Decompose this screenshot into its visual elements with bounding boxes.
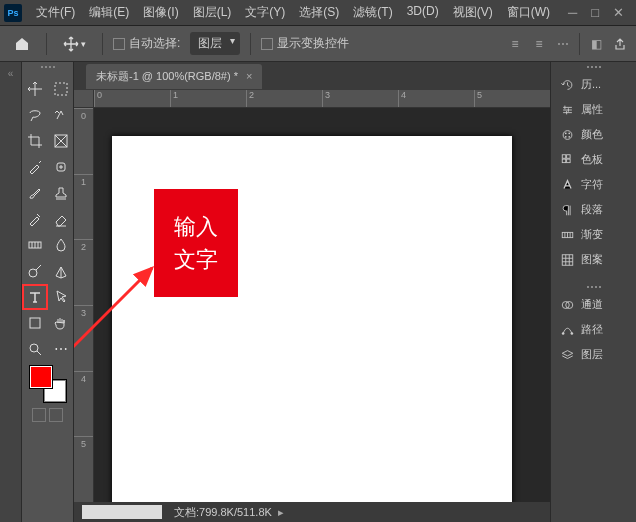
panel-label: 历... bbox=[581, 77, 601, 92]
panel-pattern[interactable]: 图案 bbox=[551, 247, 636, 272]
menu-window[interactable]: 窗口(W) bbox=[501, 1, 556, 24]
color-swatches[interactable] bbox=[30, 366, 66, 402]
window-close-icon[interactable]: ✕ bbox=[613, 5, 624, 20]
svg-point-10 bbox=[568, 132, 570, 134]
frame-tool[interactable] bbox=[49, 129, 73, 153]
move-tool-indicator[interactable]: ▾ bbox=[57, 32, 92, 56]
toolbox: ⋯ bbox=[22, 62, 74, 522]
titlebar: Ps 文件(F) 编辑(E) 图像(I) 图层(L) 文字(Y) 选择(S) 滤… bbox=[0, 0, 636, 26]
close-tab-icon[interactable]: × bbox=[246, 70, 252, 82]
show-transform-checkbox[interactable]: 显示变换控件 bbox=[261, 35, 349, 52]
document-canvas[interactable]: 输入 文字 bbox=[112, 136, 512, 502]
text-layer-content: 输入 文字 bbox=[174, 210, 218, 276]
auto-select-checkbox[interactable]: 自动选择: bbox=[113, 35, 180, 52]
swatches-icon bbox=[559, 153, 575, 167]
marquee-tool[interactable] bbox=[49, 77, 73, 101]
screen-mode-toggle[interactable] bbox=[49, 408, 63, 422]
flyout-left-icon[interactable]: « bbox=[8, 68, 14, 79]
left-dock: « bbox=[0, 62, 22, 522]
window-restore-icon[interactable]: □ bbox=[591, 5, 599, 20]
status-bar: 文档:799.8K/511.8K ▸ bbox=[74, 502, 550, 522]
align-icon-2[interactable]: ≡ bbox=[531, 36, 547, 52]
menu-type[interactable]: 文字(Y) bbox=[239, 1, 291, 24]
svg-point-6 bbox=[30, 344, 38, 352]
panel-label: 色板 bbox=[581, 152, 603, 167]
menu-view[interactable]: 视图(V) bbox=[447, 1, 499, 24]
panel-character[interactable]: 字符 bbox=[551, 172, 636, 197]
document-area: 未标题-1 @ 100%(RGB/8#) * × 0 1 2 3 4 5 0 1… bbox=[74, 62, 550, 522]
path-select-tool[interactable] bbox=[49, 285, 73, 309]
panel-layers[interactable]: 图层 bbox=[551, 342, 636, 367]
paths-icon bbox=[559, 323, 575, 337]
share-icon[interactable] bbox=[612, 36, 628, 52]
menu-image[interactable]: 图像(I) bbox=[137, 1, 184, 24]
menu-select[interactable]: 选择(S) bbox=[293, 1, 345, 24]
quick-mask-toggle[interactable] bbox=[32, 408, 46, 422]
panel-label: 段落 bbox=[581, 202, 603, 217]
document-tab[interactable]: 未标题-1 @ 100%(RGB/8#) * × bbox=[86, 64, 262, 89]
home-button[interactable] bbox=[8, 32, 36, 56]
menu-file[interactable]: 文件(F) bbox=[30, 1, 81, 24]
hand-tool[interactable] bbox=[49, 311, 73, 335]
text-layer-box[interactable]: 输入 文字 bbox=[154, 189, 238, 297]
align-icon-3[interactable]: ⋯ bbox=[555, 36, 571, 52]
eyedropper-tool[interactable] bbox=[23, 155, 47, 179]
stamp-tool[interactable] bbox=[49, 181, 73, 205]
svg-rect-13 bbox=[562, 154, 566, 158]
home-icon bbox=[14, 36, 30, 52]
status-chevron-icon[interactable]: ▸ bbox=[278, 506, 284, 519]
ruler-horizontal: 0 1 2 3 4 5 bbox=[94, 90, 550, 108]
layers-icon bbox=[559, 348, 575, 362]
panel-paragraph[interactable]: 段落 bbox=[551, 197, 636, 222]
blur-tool[interactable] bbox=[49, 233, 73, 257]
menu-filter[interactable]: 滤镜(T) bbox=[347, 1, 398, 24]
status-zoom-segment[interactable] bbox=[82, 505, 162, 519]
crop-tool[interactable] bbox=[23, 129, 47, 153]
ruler-corner bbox=[74, 90, 94, 108]
props-icon bbox=[559, 103, 575, 117]
panel-props[interactable]: 属性 bbox=[551, 97, 636, 122]
panel-label: 图案 bbox=[581, 252, 603, 267]
dodge-tool[interactable] bbox=[23, 259, 47, 283]
menu-3d[interactable]: 3D(D) bbox=[401, 1, 445, 24]
svg-rect-14 bbox=[566, 154, 570, 158]
panel-gradient[interactable]: 渐变 bbox=[551, 222, 636, 247]
svg-rect-5 bbox=[30, 318, 40, 328]
channels-icon bbox=[559, 298, 575, 312]
document-tab-title: 未标题-1 @ 100%(RGB/8#) * bbox=[96, 69, 238, 84]
menu-layer[interactable]: 图层(L) bbox=[187, 1, 238, 24]
zoom-tool[interactable] bbox=[23, 337, 47, 361]
shape-tool[interactable] bbox=[23, 311, 47, 335]
history-brush-tool[interactable] bbox=[23, 207, 47, 231]
panel-channels[interactable]: 通道 bbox=[551, 292, 636, 317]
svg-rect-0 bbox=[55, 83, 67, 95]
gradient-tool[interactable] bbox=[23, 233, 47, 257]
quick-select-tool[interactable] bbox=[49, 103, 73, 127]
svg-point-9 bbox=[564, 132, 566, 134]
edit-toolbar[interactable]: ⋯ bbox=[49, 337, 73, 361]
svg-rect-15 bbox=[562, 159, 566, 163]
panel-color[interactable]: 颜色 bbox=[551, 122, 636, 147]
color-icon bbox=[559, 128, 575, 142]
eraser-tool[interactable] bbox=[49, 207, 73, 231]
auto-select-target-dropdown[interactable]: 图层 bbox=[190, 32, 240, 55]
menu-edit[interactable]: 编辑(E) bbox=[83, 1, 135, 24]
pen-tool[interactable] bbox=[49, 259, 73, 283]
status-doc-info: 文档:799.8K/511.8K bbox=[174, 505, 272, 520]
svg-rect-16 bbox=[566, 159, 570, 163]
window-minimize-icon[interactable]: ─ bbox=[568, 5, 577, 20]
3d-mode-icon[interactable]: ◧ bbox=[588, 36, 604, 52]
panel-history[interactable]: 历... bbox=[551, 72, 636, 97]
healing-tool[interactable] bbox=[49, 155, 73, 179]
move-tool[interactable] bbox=[23, 77, 47, 101]
align-icon-1[interactable]: ≡ bbox=[507, 36, 523, 52]
svg-point-8 bbox=[563, 130, 572, 139]
canvas[interactable]: 输入 文字 bbox=[94, 108, 550, 482]
panel-swatches[interactable]: 色板 bbox=[551, 147, 636, 172]
type-tool[interactable] bbox=[23, 285, 47, 309]
brush-tool[interactable] bbox=[23, 181, 47, 205]
lasso-tool[interactable] bbox=[23, 103, 47, 127]
panel-paths[interactable]: 路径 bbox=[551, 317, 636, 342]
foreground-color-swatch[interactable] bbox=[30, 366, 52, 388]
panel-label: 路径 bbox=[581, 322, 603, 337]
